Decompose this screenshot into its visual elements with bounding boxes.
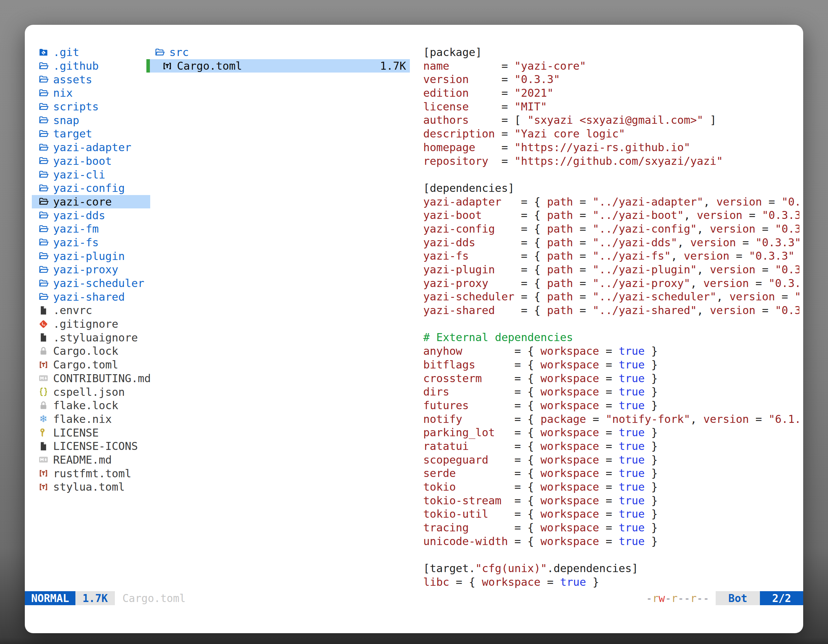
dir-item-yazi-cli[interactable]: yazi-cli: [32, 168, 150, 181]
file-item-cargo-toml[interactable]: Cargo.toml1.7K: [146, 59, 410, 73]
permission-char: w: [659, 592, 665, 605]
permission-char: -: [703, 592, 709, 605]
status-filename: Cargo.toml: [122, 591, 186, 605]
dir-item-yazi-config[interactable]: yazi-config: [32, 181, 150, 195]
code-token: =: [756, 263, 775, 276]
dir-item--git[interactable]: .git: [32, 45, 150, 59]
code-token: "../yazi-proxy": [593, 277, 690, 290]
dir-item-assets[interactable]: assets: [32, 72, 150, 86]
code-token: = {: [463, 413, 541, 425]
file-item-flake-nix[interactable]: ❄flake.nix: [32, 412, 150, 426]
code-token: workspace: [540, 399, 599, 412]
code-token: true: [619, 453, 645, 466]
code-token: version: [684, 249, 729, 262]
code-token: path: [547, 290, 573, 303]
code-token: =: [573, 249, 593, 262]
code-token: = {: [475, 236, 547, 249]
code-token: "../yazi-fs": [593, 249, 671, 262]
item-label: yazi-fs: [53, 236, 99, 249]
open-folder-icon: [38, 142, 49, 153]
file-item-contributing-md[interactable]: CONTRIBUTING.md: [32, 371, 150, 385]
code-token: true: [619, 535, 645, 548]
code-token: ,: [697, 223, 710, 235]
code-token: true: [619, 494, 645, 507]
item-label: Cargo.lock: [53, 345, 118, 357]
file-item-stylua-toml[interactable]: stylua.toml: [32, 480, 150, 494]
file-item-cargo-toml[interactable]: Cargo.toml: [32, 358, 150, 371]
code-token: yazi-shared: [423, 304, 495, 317]
code-token: workspace: [540, 467, 599, 479]
lock-icon: [38, 345, 49, 357]
code-token: ,: [697, 304, 710, 317]
permission-char: r: [690, 592, 696, 605]
code-token: =: [573, 277, 593, 290]
code-token: =: [599, 453, 619, 466]
item-label: nix: [53, 86, 72, 99]
code-token: }: [645, 494, 658, 507]
item-label: stylua.toml: [53, 481, 125, 493]
code-line: yazi-boot = { path = "../yazi-boot", ver…: [423, 208, 799, 222]
dir-item-yazi-plugin[interactable]: yazi-plugin: [32, 249, 150, 263]
dir-item-yazi-fs[interactable]: yazi-fs: [32, 236, 150, 249]
permission-char: -: [665, 592, 671, 605]
code-token: =: [756, 304, 775, 317]
dir-item-nix[interactable]: nix: [32, 86, 150, 100]
code-token: =: [469, 86, 514, 99]
code-token: yazi-scheduler: [423, 290, 514, 303]
dir-item-yazi-boot[interactable]: yazi-boot: [32, 154, 150, 168]
dir-item--github[interactable]: .github: [32, 59, 150, 73]
code-token: "0.3.3": [781, 195, 799, 208]
code-token: [package]: [423, 46, 482, 58]
code-token: = {: [502, 494, 541, 507]
file-item--styluaignore[interactable]: .styluaignore: [32, 331, 150, 344]
code-token: =: [599, 508, 619, 520]
status-left: NORMAL 1.7K Cargo.toml: [25, 591, 185, 605]
code-token: workspace: [540, 508, 599, 520]
dir-item-yazi-dds[interactable]: yazi-dds: [32, 208, 150, 222]
license-keys-icon: [38, 427, 49, 439]
document-icon: [38, 304, 49, 316]
markdown-icon: [38, 373, 49, 384]
file-item-cargo-lock[interactable]: Cargo.lock: [32, 344, 150, 358]
code-token: workspace: [540, 481, 599, 493]
code-token: =: [586, 413, 605, 425]
permission-char: -: [696, 592, 703, 605]
open-folder-icon: [154, 47, 165, 58]
parent-directory-pane: .git.githubassetsnixscriptssnaptargetyaz…: [32, 45, 150, 494]
code-line: # External dependencies: [423, 331, 799, 344]
item-label: yazi-boot: [53, 155, 112, 168]
dir-item-snap[interactable]: snap: [32, 113, 150, 127]
toml-icon: [38, 359, 49, 370]
dir-item-src[interactable]: src: [146, 45, 410, 59]
item-label: yazi-plugin: [53, 250, 125, 263]
dir-item-scripts[interactable]: scripts: [32, 100, 150, 114]
code-token: =: [599, 521, 619, 534]
cursor-index-badge: 2/2: [760, 591, 803, 605]
code-token: "../yazi-plugin": [593, 263, 697, 276]
item-label: flake.nix: [53, 413, 112, 425]
code-token: yazi-plugin: [423, 263, 495, 276]
code-line: [423, 168, 799, 181]
code-token: workspace: [540, 385, 599, 398]
dir-item-yazi-core[interactable]: yazi-core: [32, 195, 150, 209]
file-item-cspell-json[interactable]: cspell.json: [32, 385, 150, 399]
dir-item-yazi-fm[interactable]: yazi-fm: [32, 222, 150, 236]
dir-item-yazi-proxy[interactable]: yazi-proxy: [32, 263, 150, 276]
code-token: =: [599, 385, 619, 398]
code-token: version: [710, 263, 756, 276]
code-token: }: [645, 453, 658, 466]
file-item--envrc[interactable]: .envrc: [32, 304, 150, 317]
dir-item-yazi-scheduler[interactable]: yazi-scheduler: [32, 276, 150, 290]
dir-item-yazi-shared[interactable]: yazi-shared: [32, 290, 150, 304]
file-item-license-icons[interactable]: LICENSE-ICONS: [32, 439, 150, 453]
file-item-license[interactable]: LICENSE: [32, 426, 150, 439]
file-item-rustfmt-toml[interactable]: rustfmt.toml: [32, 467, 150, 480]
file-item--gitignore[interactable]: .gitignore: [32, 317, 150, 331]
code-token: =: [762, 195, 781, 208]
file-item-flake-lock[interactable]: flake.lock: [32, 399, 150, 412]
file-item-readme-md[interactable]: README.md: [32, 453, 150, 467]
dir-item-yazi-adapter[interactable]: yazi-adapter: [32, 141, 150, 154]
code-token: "0.3.3": [775, 304, 799, 317]
dir-item-target[interactable]: target: [32, 127, 150, 141]
code-token: homepage: [423, 141, 475, 154]
